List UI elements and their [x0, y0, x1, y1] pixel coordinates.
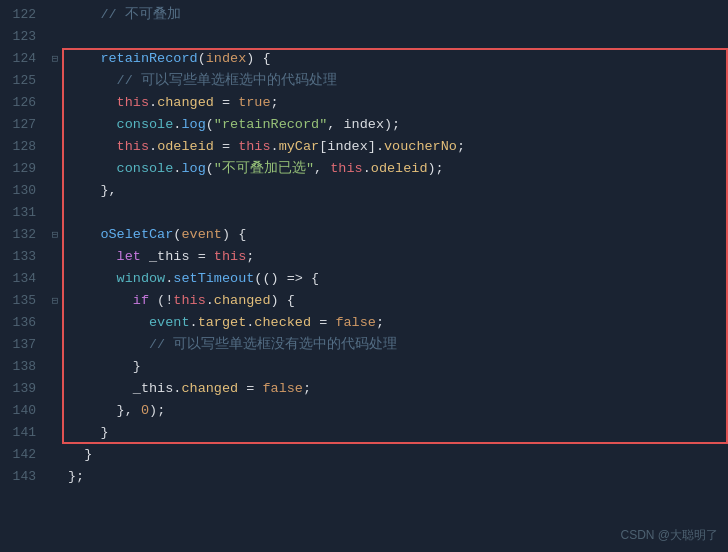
- code-line: 130 },: [0, 180, 728, 202]
- code-line: 125 // 可以写些单选框选中的代码处理: [0, 70, 728, 92]
- line-number: 124: [0, 48, 48, 70]
- watermark: CSDN @大聪明了: [620, 524, 718, 546]
- code-text: _this.changed = false;: [62, 378, 728, 400]
- code-line: 138 }: [0, 356, 728, 378]
- line-number: 139: [0, 378, 48, 400]
- code-editor: 122 // 不可叠加123124⊟ retainRecord(index) {…: [0, 0, 728, 552]
- line-number: 131: [0, 202, 48, 224]
- code-text: window.setTimeout(() => {: [62, 268, 728, 290]
- code-text: }: [62, 422, 728, 444]
- code-line: 124⊟ retainRecord(index) {: [0, 48, 728, 70]
- code-line: 129 console.log("不可叠加已选", this.odeleid);: [0, 158, 728, 180]
- code-line: 136 event.target.checked = false;: [0, 312, 728, 334]
- code-text: }, 0);: [62, 400, 728, 422]
- line-number: 125: [0, 70, 48, 92]
- line-number: 142: [0, 444, 48, 466]
- code-text: },: [62, 180, 728, 202]
- code-line: 143};: [0, 466, 728, 488]
- code-text: let _this = this;: [62, 246, 728, 268]
- code-line: 123: [0, 26, 728, 48]
- code-line: 126 this.changed = true;: [0, 92, 728, 114]
- line-number: 135: [0, 290, 48, 312]
- code-text: // 不可叠加: [62, 4, 728, 26]
- code-text: event.target.checked = false;: [62, 312, 728, 334]
- line-number: 130: [0, 180, 48, 202]
- code-text: this.changed = true;: [62, 92, 728, 114]
- line-number: 132: [0, 224, 48, 246]
- code-line: 141 }: [0, 422, 728, 444]
- highlight-border: [62, 202, 728, 224]
- code-text: this.odeleid = this.myCar[index].voucher…: [62, 136, 728, 158]
- code-line: 135⊟ if (!this.changed) {: [0, 290, 728, 312]
- fold-gutter[interactable]: ⊟: [48, 48, 62, 70]
- code-line: 134 window.setTimeout(() => {: [0, 268, 728, 290]
- code-line: 137 // 可以写些单选框没有选中的代码处理: [0, 334, 728, 356]
- line-number: 136: [0, 312, 48, 334]
- code-line: 127 console.log("retainRecord", index);: [0, 114, 728, 136]
- line-number: 137: [0, 334, 48, 356]
- line-number: 138: [0, 356, 48, 378]
- line-number: 126: [0, 92, 48, 114]
- code-line: 139 _this.changed = false;: [0, 378, 728, 400]
- code-text: oSeletCar(event) {: [62, 224, 728, 246]
- code-text: if (!this.changed) {: [62, 290, 728, 312]
- line-number: 128: [0, 136, 48, 158]
- line-number: 127: [0, 114, 48, 136]
- line-number: 122: [0, 4, 48, 26]
- code-text: }: [62, 444, 728, 466]
- code-line: 142 }: [0, 444, 728, 466]
- line-number: 134: [0, 268, 48, 290]
- code-text: retainRecord(index) {: [62, 48, 728, 70]
- code-line: 122 // 不可叠加: [0, 4, 728, 26]
- code-text: console.log("retainRecord", index);: [62, 114, 728, 136]
- code-line: 128 this.odeleid = this.myCar[index].vou…: [0, 136, 728, 158]
- fold-gutter[interactable]: ⊟: [48, 224, 62, 246]
- code-text: }: [62, 356, 728, 378]
- fold-gutter[interactable]: ⊟: [48, 290, 62, 312]
- code-line: 132⊟ oSeletCar(event) {: [0, 224, 728, 246]
- code-line: 140 }, 0);: [0, 400, 728, 422]
- line-number: 133: [0, 246, 48, 268]
- line-number: 143: [0, 466, 48, 488]
- code-text: // 可以写些单选框没有选中的代码处理: [62, 334, 728, 356]
- line-number: 140: [0, 400, 48, 422]
- code-line: 133 let _this = this;: [0, 246, 728, 268]
- code-line: 131: [0, 202, 728, 224]
- code-text: };: [62, 466, 728, 488]
- code-text: // 可以写些单选框选中的代码处理: [62, 70, 728, 92]
- line-number: 129: [0, 158, 48, 180]
- code-text: console.log("不可叠加已选", this.odeleid);: [62, 158, 728, 180]
- line-number: 123: [0, 26, 48, 48]
- line-number: 141: [0, 422, 48, 444]
